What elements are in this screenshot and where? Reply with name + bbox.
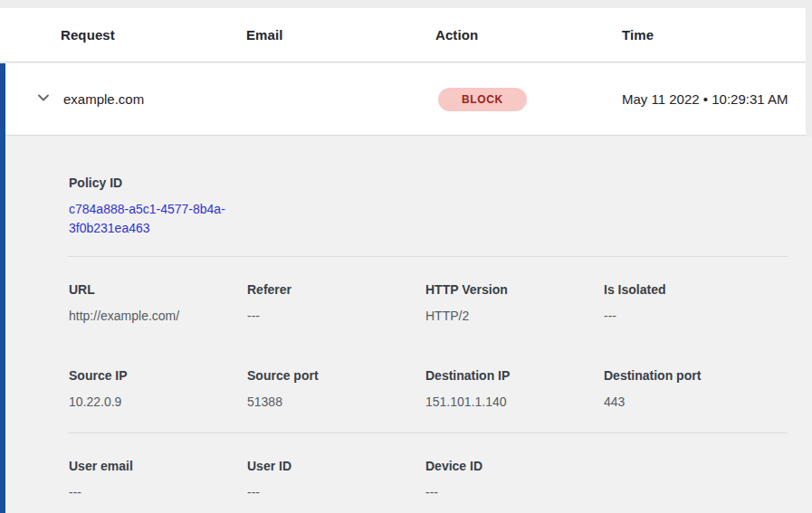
- field-label: HTTP Version: [425, 281, 604, 298]
- field-label: Is Isolated: [604, 281, 782, 298]
- selected-row-accent-bar: [0, 63, 5, 513]
- column-header-request: Request: [61, 27, 246, 43]
- field-destination-port: Destination port 443: [604, 367, 782, 410]
- details-fields-row: User email --- User ID --- Device ID ---: [69, 458, 812, 500]
- details-fields-row: Source IP 10.22.0.9 Source port 51388 De…: [69, 367, 812, 410]
- section-divider: [68, 256, 788, 257]
- log-table: Request Email Action Time example.com BL…: [0, 0, 812, 513]
- field-destination-ip: Destination IP 151.101.1.140: [425, 367, 604, 410]
- details-fields-row: URL http://example.com/ Referer --- HTTP…: [69, 281, 812, 324]
- field-device-id: Device ID ---: [425, 458, 604, 500]
- field-value: http://example.com/: [69, 308, 247, 324]
- field-user-email: User email ---: [69, 458, 247, 500]
- field-label: Destination IP: [425, 367, 604, 384]
- field-value: ---: [425, 484, 604, 500]
- policy-id-link[interactable]: c784a888-a5c1-4577-8b4a-3f0b231ea463: [69, 200, 246, 238]
- chevron-down-icon: [36, 90, 51, 109]
- table-header-row: Request Email Action Time: [0, 8, 806, 62]
- collapse-row-button[interactable]: [36, 90, 63, 109]
- section-divider: [68, 432, 788, 433]
- row-request-value: example.com: [63, 91, 246, 107]
- field-label: Referer: [247, 281, 425, 298]
- policy-id-section: Policy ID c784a888-a5c1-4577-8b4a-3f0b23…: [69, 175, 812, 238]
- field-value: 443: [604, 394, 782, 410]
- field-value: ---: [69, 484, 247, 500]
- field-value: HTTP/2: [425, 308, 604, 324]
- field-label: Source port: [247, 367, 425, 384]
- field-value: 51388: [247, 394, 425, 410]
- column-header-email: Email: [246, 27, 435, 43]
- field-value: 151.101.1.140: [425, 394, 604, 410]
- field-label: Device ID: [425, 458, 604, 474]
- column-header-action: Action: [435, 27, 622, 43]
- policy-id-label: Policy ID: [69, 175, 812, 191]
- field-user-id: User ID ---: [247, 458, 425, 500]
- field-http-version: HTTP Version HTTP/2: [425, 281, 604, 324]
- field-value: 10.22.0.9: [69, 394, 247, 410]
- field-is-isolated: Is Isolated ---: [604, 281, 782, 324]
- field-value: ---: [247, 484, 425, 500]
- field-source-port: Source port 51388: [247, 367, 425, 410]
- field-label: URL: [69, 281, 247, 298]
- expanded-row-details: Policy ID c784a888-a5c1-4577-8b4a-3f0b23…: [0, 137, 812, 513]
- field-value: ---: [247, 308, 425, 324]
- field-url: URL http://example.com/: [69, 281, 247, 324]
- field-label: Source IP: [69, 367, 247, 384]
- field-label: User ID: [247, 458, 425, 474]
- field-source-ip: Source IP 10.22.0.9: [69, 367, 247, 410]
- row-time-value: May 11 2022 • 10:29:31 AM: [622, 89, 794, 110]
- table-row[interactable]: example.com BLOCK May 11 2022 • 10:29:31…: [0, 63, 806, 136]
- field-value: ---: [604, 308, 782, 324]
- field-label: User email: [69, 458, 247, 474]
- field-referer: Referer ---: [247, 281, 425, 324]
- action-block-badge: BLOCK: [438, 88, 527, 111]
- column-header-time: Time: [622, 27, 806, 43]
- field-label: Destination port: [604, 367, 782, 384]
